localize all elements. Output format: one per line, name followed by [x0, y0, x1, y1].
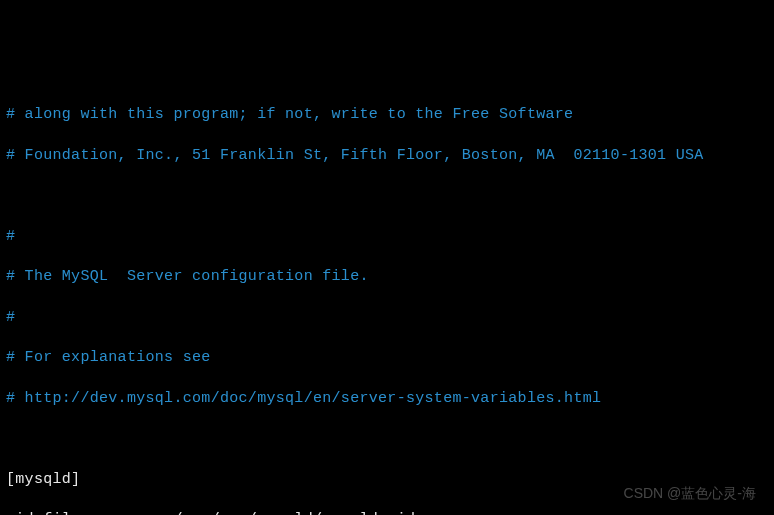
comment-line: #: [6, 227, 768, 247]
comment-line: # along with this program; if not, write…: [6, 105, 768, 125]
config-line: pid-file = /var/run/mysqld/mysqld.pid: [6, 510, 768, 515]
blank-line: [6, 429, 768, 449]
terminal-editor[interactable]: # along with this program; if not, write…: [6, 85, 768, 515]
comment-line: # The MySQL Server configuration file.: [6, 267, 768, 287]
comment-line: # Foundation, Inc., 51 Franklin St, Fift…: [6, 146, 768, 166]
watermark: CSDN @蓝色心灵-海: [624, 484, 756, 503]
comment-line: # For explanations see: [6, 348, 768, 368]
blank-line: [6, 186, 768, 206]
comment-line: #: [6, 308, 768, 328]
comment-line: # http://dev.mysql.com/doc/mysql/en/serv…: [6, 389, 768, 409]
